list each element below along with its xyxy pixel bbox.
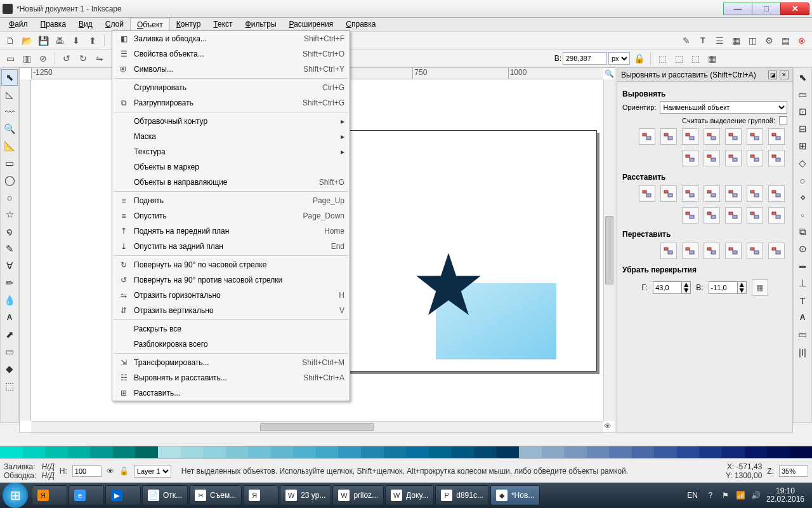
alignGrid-btn-9[interactable] [725,150,742,166]
menu-item[interactable]: Текстура▸ [112,144,350,159]
distGrid-btn-8[interactable] [704,207,720,224]
menu-слой[interactable]: Слой [99,18,130,31]
swatch[interactable] [767,446,790,458]
panel-detach-button[interactable]: ◪ [768,70,777,79]
alignGrid-btn-7[interactable] [682,150,698,166]
tool-14[interactable]: A [1,309,18,326]
snap-15[interactable]: ▭ [794,326,811,343]
affect-4-button[interactable]: ▦ [704,51,719,66]
horizontal-scrollbar[interactable] [31,421,603,432]
tool-2[interactable]: 〰 [1,104,18,120]
tool-13[interactable]: 💧 [1,292,18,309]
swatch[interactable] [316,446,339,458]
snap-5[interactable]: ◇ [794,155,811,171]
reGrid-btn-2[interactable] [704,243,720,259]
taskbar-item[interactable]: W23 ур... [280,485,331,505]
tool-10[interactable]: ✎ [1,241,18,257]
distGrid-btn-3[interactable] [704,185,720,202]
swatch[interactable] [609,446,632,458]
tray-network-icon[interactable]: 📶 [736,490,746,500]
lock-aspect-button[interactable]: 🔒 [631,51,646,66]
panel-close-button[interactable]: ✕ [780,70,789,79]
swatch[interactable] [587,446,610,458]
taskbar-clock[interactable]: 19:1022.02.2016 [766,487,804,504]
docprops-button[interactable]: ▤ [778,33,793,48]
menu-item[interactable]: ☷Выровнять и расставить...Shift+Ctrl+A [112,370,350,385]
swatch[interactable] [790,446,812,458]
reGrid-btn-0[interactable] [660,243,677,259]
text-tool-button[interactable]: T [695,33,710,48]
swatch[interactable] [654,446,677,458]
color-managed-icon[interactable]: 👁 [604,422,614,432]
alignGrid-btn-3[interactable] [704,128,720,145]
unit-select[interactable]: px [608,52,630,65]
xml-editor-button[interactable]: ✎ [679,33,694,48]
swatch[interactable] [203,446,226,458]
menu-фильтры[interactable]: Фильтры [239,18,283,31]
swatch[interactable] [271,446,294,458]
alignGrid-btn-6[interactable] [768,128,785,145]
zoom-corner-icon[interactable]: 🔍 [604,69,614,79]
alignGrid-btn-2[interactable] [682,128,698,145]
reGrid-btn-5[interactable] [768,243,785,259]
import-button[interactable]: ⬇ [69,33,84,48]
swatch[interactable] [158,446,181,458]
swatch[interactable] [293,446,316,458]
snap-6[interactable]: ○ [794,172,811,189]
tool-18[interactable]: ⬚ [1,378,18,394]
menu-контур[interactable]: Контур [170,18,207,31]
reGrid-btn-3[interactable] [725,243,742,259]
swatch[interactable] [226,446,249,458]
tool-8[interactable]: ☆ [1,206,18,223]
menu-item[interactable]: Объекты в направляющиеShift+G [112,175,350,190]
close-doc-button[interactable]: ⊗ [794,33,809,48]
layer-select[interactable]: Layer 1 [134,465,171,478]
alignGrid-btn-10[interactable] [747,150,763,166]
swatch[interactable] [45,446,68,458]
tool-3[interactable]: 🔍 [1,121,18,137]
swatch[interactable] [361,446,384,458]
new-file-button[interactable]: 🗋 [3,33,18,48]
snap-4[interactable]: ⊞ [794,138,811,154]
menu-item[interactable]: ≡ПоднятьPage_Up [112,193,350,208]
flip-h-button[interactable]: ⇋ [92,51,107,66]
distGrid-btn-9[interactable] [725,207,742,224]
distGrid-btn-5[interactable] [747,185,763,202]
select-layer-button[interactable]: ▥ [19,51,34,66]
tray-volume-icon[interactable]: 🔊 [751,490,761,500]
swatch[interactable] [384,446,407,458]
window-minimize-button[interactable]: — [723,3,752,15]
menu-item[interactable]: ◧Заливка и обводка...Shift+Ctrl+F [112,31,350,46]
width-input[interactable] [563,52,607,65]
snap-16[interactable]: |I| [794,344,811,360]
snap-12[interactable]: ⊥ [794,275,811,291]
menu-item[interactable]: ⤒Поднять на передний планHome [112,224,350,239]
swatch[interactable] [745,446,768,458]
affect-2-button[interactable]: ⬚ [671,51,686,66]
layer-lock-icon[interactable]: 🔓 [119,467,129,476]
alignGrid-btn-8[interactable] [704,150,720,166]
tool-16[interactable]: ▭ [1,344,18,360]
snap-13[interactable]: T [794,292,811,309]
language-indicator[interactable]: EN [684,490,700,501]
swatch[interactable] [248,446,271,458]
distGrid-btn-1[interactable] [660,185,677,202]
taskbar-item[interactable]: ✂Съем... [189,485,242,505]
menu-item[interactable]: ≡ОпуститьPage_Down [112,208,350,224]
menu-item[interactable]: ↻Повернуть на 90° по часовой стрелке [112,257,350,272]
overlap-v-input[interactable] [709,281,738,294]
taskbar-item[interactable]: ◆*Нов... [490,485,540,505]
menu-файл[interactable]: Файл [3,18,34,31]
swatch[interactable] [429,446,452,458]
swatch[interactable] [699,446,722,458]
menu-item[interactable]: СгруппироватьCtrl+G [112,80,350,95]
menu-item[interactable]: Разблокировка всего [112,337,350,352]
alignGrid-btn-1[interactable] [660,128,677,145]
swatch[interactable] [113,446,136,458]
print-button[interactable]: 🖶 [52,33,67,48]
vertical-scrollbar[interactable] [603,79,615,421]
distGrid-btn-0[interactable] [639,185,655,202]
taskbar-item[interactable]: Pd891c... [435,485,489,505]
alignGrid-btn-4[interactable] [725,128,742,145]
menu-item[interactable]: ☰Свойства объекта...Shift+Ctrl+O [112,46,350,62]
